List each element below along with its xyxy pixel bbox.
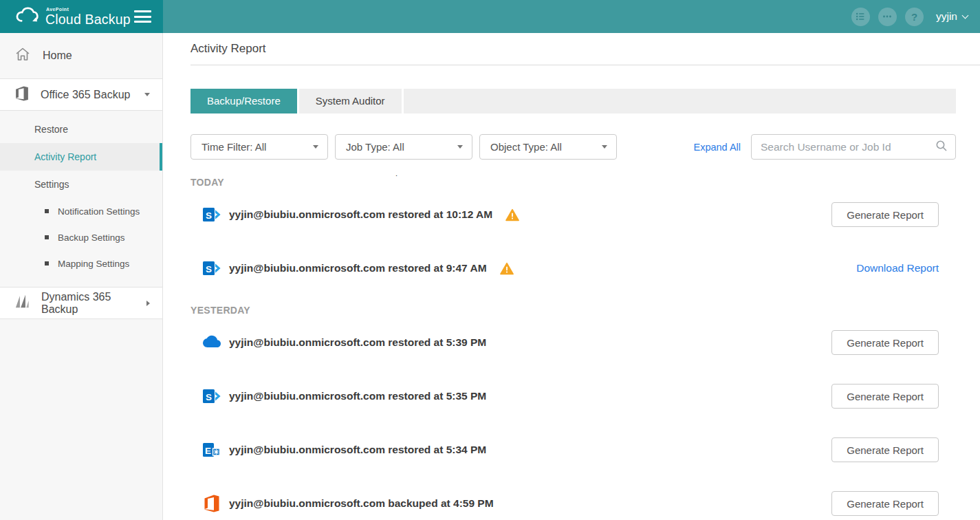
sidebar-item-dynamics365-backup[interactable]: Dynamics 365 Backup	[0, 287, 162, 319]
activity-text: yyjin@biubiu.onmicrosoft.com restored at…	[229, 262, 487, 274]
sidebar-item-label: Restore	[34, 124, 68, 135]
activity-row: yyjin@biubiu.onmicrosoft.com backuped at…	[190, 477, 939, 520]
search-icon[interactable]	[935, 140, 948, 155]
title-divider	[190, 65, 980, 65]
bullet-icon	[45, 235, 49, 239]
activity-row: Syyjin@biubiu.onmicrosoft.com restored a…	[190, 369, 939, 423]
activity-row: Eyyjin@biubiu.onmicrosoft.com restored a…	[190, 423, 939, 477]
activity-text: yyjin@biubiu.onmicrosoft.com restored at…	[229, 444, 486, 456]
home-icon	[14, 46, 31, 65]
activity-row: Syyjin@biubiu.onmicrosoft.com restored a…	[190, 188, 939, 241]
row-action: Generate Report	[831, 491, 939, 516]
search-box	[751, 134, 956, 160]
bullet-icon	[45, 209, 49, 213]
sidebar-item-settings[interactable]: Settings	[0, 171, 162, 198]
sidebar-item-office365-backup[interactable]: Office 365 Backup	[0, 78, 162, 111]
row-action: Generate Report	[831, 202, 939, 227]
activity-text: yyjin@biubiu.onmicrosoft.com restored at…	[229, 208, 492, 221]
sharepoint-icon: S	[203, 206, 221, 224]
sidebar-item-label: Mapping Settings	[58, 259, 129, 269]
time-filter-dropdown[interactable]: Time Filter: All	[190, 134, 328, 160]
user-name: yyjin	[936, 10, 957, 23]
sidebar-item-home[interactable]: Home	[0, 33, 162, 78]
job-type-dropdown[interactable]: Job Type: All	[335, 134, 472, 160]
activity-text: yyjin@biubiu.onmicrosoft.com backuped at…	[229, 497, 494, 510]
ellipsis-icon[interactable]	[878, 8, 897, 26]
tab-system-auditor[interactable]: System Auditor	[299, 89, 402, 113]
sidebar-item-restore[interactable]: Restore	[0, 116, 162, 143]
hamburger-icon[interactable]	[134, 10, 151, 23]
activity-group: TODAYSyyjin@biubiu.onmicrosoft.com resto…	[190, 177, 939, 295]
office365-submenu: Restore Activity Report Settings Notific…	[0, 111, 162, 287]
row-action: Download Report	[856, 262, 939, 274]
generate-report-button[interactable]: Generate Report	[831, 330, 939, 355]
sidebar-item-backup-settings[interactable]: Backup Settings	[0, 224, 162, 250]
brand-text: AvePoint Cloud Backup	[45, 7, 131, 27]
sidebar-item-mapping-settings[interactable]: Mapping Settings	[0, 250, 162, 277]
sharepoint-icon: S	[203, 259, 221, 277]
row-action: Generate Report	[831, 384, 939, 409]
dropdown-label: Job Type: All	[346, 141, 404, 153]
search-input[interactable]	[761, 141, 935, 153]
tab-backup-restore[interactable]: Backup/Restore	[190, 89, 297, 113]
generate-report-button[interactable]: Generate Report	[831, 384, 939, 409]
svg-text:E: E	[205, 446, 211, 456]
activity-text: yyjin@biubiu.onmicrosoft.com restored at…	[229, 336, 486, 349]
sidebar-item-label: Backup Settings	[58, 232, 125, 243]
group-label: TODAY	[190, 177, 939, 188]
dynamics365-icon	[14, 294, 30, 312]
dropdown-label: Object Type: All	[490, 141, 562, 153]
activity-row: yyjin@biubiu.onmicrosoft.com restored at…	[190, 316, 939, 369]
svg-text:S: S	[206, 210, 212, 221]
tab-bar-filler	[404, 89, 956, 113]
chevron-right-icon	[146, 301, 150, 306]
stray-dot-text: .	[395, 169, 398, 177]
chevron-down-icon	[144, 93, 150, 96]
sidebar-item-label: Settings	[34, 179, 69, 190]
svg-text:S: S	[206, 392, 212, 402]
group-label: YESTERDAY	[190, 305, 939, 316]
top-bar: AvePoint Cloud Backup ? yyji	[0, 0, 980, 33]
row-action: Generate Report	[831, 437, 939, 462]
sidebar: Home Office 365 Backup Restore Activity …	[0, 33, 163, 520]
object-type-dropdown[interactable]: Object Type: All	[479, 134, 617, 160]
sidebar-item-label: Dynamics 365 Backup	[41, 291, 135, 316]
chevron-down-icon	[602, 145, 607, 149]
activity-groups: TODAYSyyjin@biubiu.onmicrosoft.com resto…	[190, 177, 939, 520]
activity-group: YESTERDAYyyjin@biubiu.onmicrosoft.com re…	[190, 305, 939, 520]
help-icon[interactable]: ?	[905, 8, 924, 26]
sidebar-item-label: Notification Settings	[58, 206, 140, 217]
svg-text:S: S	[206, 264, 212, 274]
exchange-icon: E	[203, 441, 221, 459]
generate-report-button[interactable]: Generate Report	[831, 202, 939, 227]
top-bar-right: ? yyjin	[163, 0, 980, 33]
generate-report-button[interactable]: Generate Report	[831, 491, 939, 516]
sidebar-item-label: Home	[43, 50, 72, 62]
cloud-backup-logo-icon	[14, 6, 40, 28]
app-screen: AvePoint Cloud Backup ? yyji	[0, 0, 980, 520]
onedrive-icon	[203, 334, 221, 351]
brand-area: AvePoint Cloud Backup	[0, 0, 163, 33]
brand: AvePoint Cloud Backup	[14, 6, 131, 28]
expand-all-link[interactable]: Expand All	[693, 142, 741, 153]
sidebar-item-activity-report[interactable]: Activity Report	[0, 143, 162, 171]
chevron-down-icon	[313, 145, 318, 149]
generate-report-button[interactable]: Generate Report	[831, 437, 939, 462]
chevron-down-icon	[457, 145, 463, 149]
main-content: Activity Report . Backup/Restore System …	[163, 33, 980, 520]
activity-text: yyjin@biubiu.onmicrosoft.com restored at…	[229, 390, 486, 402]
sidebar-item-notification-settings[interactable]: Notification Settings	[0, 198, 162, 224]
brand-avepoint: AvePoint	[46, 7, 131, 12]
sidebar-item-label: Office 365 Backup	[41, 89, 130, 101]
filter-row: Time Filter: All Job Type: All Object Ty…	[190, 134, 956, 160]
tab-bar: Backup/Restore System Auditor	[190, 89, 956, 113]
brand-product: Cloud Backup	[45, 13, 131, 27]
office-icon	[203, 495, 221, 512]
download-report-link[interactable]: Download Report	[856, 262, 939, 274]
list-icon[interactable]	[851, 8, 870, 26]
user-menu[interactable]: yyjin	[936, 10, 968, 23]
bullet-icon	[45, 261, 49, 266]
dropdown-label: Time Filter: All	[202, 141, 266, 153]
page-title: Activity Report	[163, 33, 980, 65]
activity-row: Syyjin@biubiu.onmicrosoft.com restored a…	[190, 241, 939, 295]
